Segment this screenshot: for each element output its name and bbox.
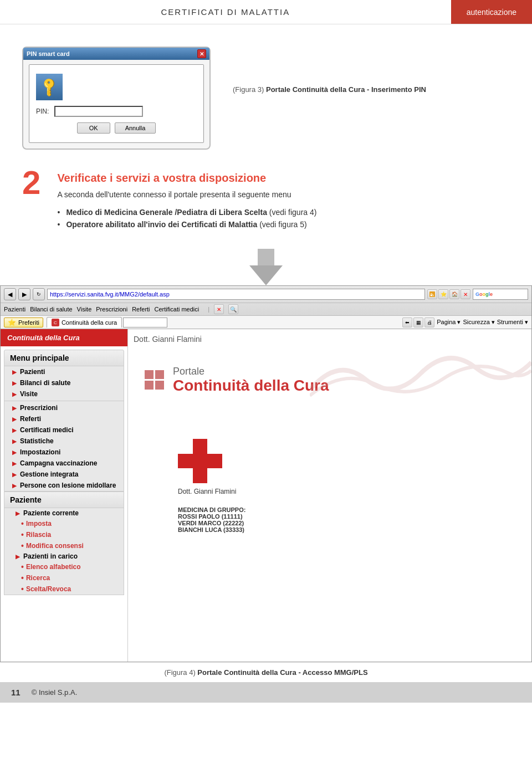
section2-desc: A seconda dell'utente connesso il portal… <box>57 190 316 199</box>
address-bar[interactable]: https://servizi.sanita.fvg.it/MMG2/defau… <box>47 289 425 300</box>
auth-label: autenticazione <box>451 0 532 24</box>
sidebar-item-campagna[interactable]: ▶ Campagna vaccinazione <box>4 458 124 469</box>
menu-modifica[interactable]: Bilanci di salute <box>30 306 72 313</box>
arrow-down <box>0 249 532 285</box>
dialog-title: PIN smart card <box>27 50 70 57</box>
dialog-close-button[interactable]: ✕ <box>197 49 206 58</box>
arrow-icon: ▶ <box>16 554 20 560</box>
portale-crosses <box>145 370 164 390</box>
dialog-buttons: OK Annulla <box>36 122 197 134</box>
wave-decoration <box>310 346 531 401</box>
sidebar-item-gestione[interactable]: ▶ Gestione integrata <box>4 469 124 480</box>
tools-dropdown[interactable]: Strumenti ▾ <box>497 319 528 326</box>
browser-nav-icons: ⭐ 🏠 ✕ <box>427 289 470 299</box>
sidebar-item-statistiche[interactable]: ▶ Statistiche <box>4 436 124 447</box>
tab-bar: C Continuità della cura <box>47 317 399 327</box>
arrow-icon: ▶ <box>12 405 17 411</box>
page-title: CERTIFICATI DI MALATTIA <box>0 0 451 24</box>
sidebar-item-persone[interactable]: ▶ Persone con lesione midollare <box>4 480 124 491</box>
browser-content: Continuità della Cura Menu principale ▶ … <box>1 329 531 662</box>
browser-screenshot: ◀ ▶ ↻ https://servizi.sanita.fvg.it/MMG2… <box>0 285 532 662</box>
paziente-rilascia[interactable]: Rilascia <box>4 529 124 540</box>
arrow-icon: ▶ <box>12 460 17 467</box>
sidebar-item-impostazioni[interactable]: ▶ Impostazioni <box>4 447 124 458</box>
figure4-caption: (Figura 4) Portale Continuità della Cura… <box>0 662 532 682</box>
stop-icon[interactable]: ✕ <box>461 289 470 299</box>
arrow-icon: ▶ <box>12 380 17 386</box>
sidebar-item-bilanci[interactable]: ▶ Bilanci di salute <box>4 377 124 388</box>
doctor-section: Dott. Gianni Flamini MEDICINA DI GRUPPO:… <box>178 417 526 533</box>
search-cmd-icon[interactable]: 🔍 <box>228 304 238 314</box>
pin-input[interactable] <box>54 106 143 117</box>
section2-heading: Verificate i servizi a vostra disposizio… <box>57 172 316 185</box>
sidebar-item-pazienti[interactable]: ▶ Pazienti <box>4 366 124 377</box>
menu-file[interactable]: Pazienti <box>4 306 25 313</box>
refresh-button[interactable]: ↻ <box>33 288 45 300</box>
bullet-list: Medico di Medicina Generale /Pediatra di… <box>57 208 316 229</box>
continuita-line: Continuità della Cura <box>173 377 329 395</box>
bullet-item-2: Operatore abilitato all'invio dei Certif… <box>57 220 316 229</box>
nav-icon-3[interactable]: 🖨 <box>424 318 434 327</box>
sidebar-item-certificati[interactable]: ▶ Certificati medici <box>4 424 124 436</box>
ok-button[interactable]: OK <box>77 122 110 134</box>
browser-menubar: Pazienti Bilanci di salute Visite Prescr… <box>1 303 531 315</box>
page-dropdown[interactable]: Pagina ▾ <box>437 319 461 326</box>
sidebar-item-referti[interactable]: ▶ Referti <box>4 413 124 424</box>
active-tab[interactable]: C Continuità della cura <box>47 317 122 327</box>
portale-text: Portale Continuità della Cura <box>173 366 329 395</box>
cross-horizontal <box>178 454 222 468</box>
nav-icon-2[interactable]: ▦ <box>413 318 423 327</box>
menu-help[interactable]: Certificati medici <box>155 306 200 313</box>
arrow-icon: ▶ <box>12 427 17 433</box>
menu-principale-title: Menu principale <box>4 350 124 366</box>
cancel-button[interactable]: Annulla <box>115 122 156 134</box>
menu-visualizza[interactable]: Visite <box>77 306 92 313</box>
doctor-name-bottom: Dott. Gianni Flamini <box>178 488 236 495</box>
arrow-icon: ▶ <box>12 369 17 375</box>
main-portal-content: Dott. Gianni Flamini Portale Continuità <box>128 329 531 662</box>
menu-strumenti[interactable]: Referti <box>132 306 150 313</box>
footer-copyright: © Insiel S.p.A. <box>32 688 78 697</box>
favorites-star-icon[interactable]: ⭐ <box>438 289 448 299</box>
cross-4 <box>155 381 164 390</box>
scelta-revoca[interactable]: Scelta/Revoca <box>4 583 124 595</box>
pin-dialog: PIN smart card ✕ 🔑 PIN: OK Annulla <box>22 47 211 150</box>
pazienti-carico[interactable]: ▶ Pazienti in carico <box>4 551 124 561</box>
sidebar-item-prescrizioni[interactable]: ▶ Prescrizioni <box>4 402 124 413</box>
paziente-corrente[interactable]: ▶ Paziente corrente <box>4 508 124 518</box>
paziente-title: Paziente <box>4 492 124 508</box>
arrow-icon: ▶ <box>12 438 17 444</box>
browser-toolbar3: ⭐ Preferiti C Continuità della cura ⬅ ▦ … <box>1 315 531 329</box>
arrow-icon: ▶ <box>12 472 17 478</box>
sidebar-header: Continuità della Cura <box>1 329 127 346</box>
elenco-alfabetico[interactable]: Elenco alfabetico <box>4 561 124 572</box>
paziente-imposta[interactable]: Imposta <box>4 518 124 529</box>
dialog-icon-area: 🔑 <box>36 74 63 100</box>
arrow-icon: ▶ <box>12 449 17 455</box>
nav-icon-1[interactable]: ⬅ <box>402 318 412 327</box>
browser-toolbar1: ◀ ▶ ↻ https://servizi.sanita.fvg.it/MMG2… <box>1 286 531 303</box>
paziente-consensi[interactable]: Modifica consensi <box>4 540 124 551</box>
back-button[interactable]: ◀ <box>4 288 16 300</box>
bullet-2-text: Operatore abilitato all'invio dei Certif… <box>66 220 257 229</box>
cross-2 <box>155 370 164 379</box>
rss-icon[interactable] <box>427 289 437 299</box>
google-search[interactable]: G o o g l e <box>473 289 528 300</box>
tab-search-input[interactable] <box>123 318 167 327</box>
favorites-label: Preferiti <box>18 319 39 326</box>
security-dropdown[interactable]: Sicurezza ▾ <box>463 319 495 326</box>
right-toolbar: ⬅ ▦ 🖨 Pagina ▾ Sicurezza ▾ Strumenti ▾ <box>402 318 528 327</box>
home-icon[interactable]: 🏠 <box>449 289 459 299</box>
figure3-section: PIN smart card ✕ 🔑 PIN: OK Annulla (Figu… <box>0 24 532 161</box>
stop-x-icon[interactable]: ✕ <box>214 304 224 314</box>
ricerca[interactable]: Ricerca <box>4 572 124 583</box>
favorites-button[interactable]: ⭐ Preferiti <box>4 318 43 327</box>
paziente-section: Paziente ▶ Paziente corrente Imposta Ril… <box>4 492 124 595</box>
arrow-icon: ▶ <box>12 483 17 489</box>
menu-principale-section: Menu principale ▶ Pazienti ▶ Bilanci di … <box>4 350 124 492</box>
forward-button[interactable]: ▶ <box>18 288 30 300</box>
menu-preferiti[interactable]: Prescrizioni <box>96 306 127 313</box>
page-footer: 11 © Insiel S.p.A. <box>0 682 532 703</box>
medicina-item-3: BIANCHI LUCA (33333) <box>178 526 244 533</box>
sidebar-item-visite[interactable]: ▶ Visite <box>4 388 124 400</box>
